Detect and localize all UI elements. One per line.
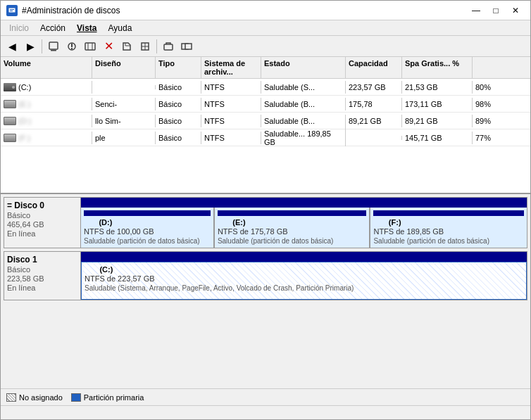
title-bar: #Administración de discos — □ ✕ xyxy=(1,1,530,20)
svg-rect-6 xyxy=(71,44,73,47)
disk0-bar xyxy=(81,198,527,208)
toolbar-btn10[interactable] xyxy=(178,39,195,54)
row-volume-c: (C:) xyxy=(1,81,92,94)
status-bar xyxy=(1,405,530,419)
row-estado-f: Saludable... 189,85 GB xyxy=(261,127,346,147)
toolbar-sep-1 xyxy=(42,39,42,53)
toolbar: ◀ ▶ ✕ xyxy=(1,36,530,57)
disk1-c-size: NTFS de 223,57 GB xyxy=(85,274,523,283)
svg-rect-4 xyxy=(51,50,56,51)
row-tipo-d: Básico xyxy=(156,115,201,127)
row-cap-f xyxy=(346,136,402,140)
disk1-bar xyxy=(81,252,527,262)
row-estado-c: Saludable (S... xyxy=(261,81,346,94)
table-row[interactable]: (F:) ple Básico NTFS Saludable... 189,85… xyxy=(1,129,530,146)
svg-rect-8 xyxy=(85,43,95,50)
table-row[interactable]: (C:) Básico NTFS Saludable (S... 223,57 … xyxy=(1,79,530,96)
menu-accion[interactable]: Acción xyxy=(35,22,71,34)
disk0-d-bar xyxy=(84,210,211,216)
disk0-partition-f[interactable]: (F:) NTFS de 189,85 GB Saludable (partic… xyxy=(370,208,527,248)
disk1-c-status: Saludable (Sistema, Arranque, PageFile, … xyxy=(85,284,523,292)
row-estado-e: Saludable (B... xyxy=(261,98,346,110)
toolbar-delete[interactable]: ✕ xyxy=(100,39,117,54)
toolbar-btn3[interactable] xyxy=(45,39,62,54)
row-pct-c: 80% xyxy=(473,81,501,94)
disk0-e-name: (E:) xyxy=(218,218,367,227)
disk0-visual: (D:) NTFS de 100,00 GB Saludable (partic… xyxy=(81,197,527,248)
col-header-estado: Estado xyxy=(261,57,346,78)
row-sistema-c: NTFS xyxy=(201,81,261,94)
toolbar-btn4[interactable] xyxy=(63,39,80,54)
col-header-tipo: Tipo xyxy=(156,57,201,78)
toolbar-back[interactable]: ◀ xyxy=(4,39,20,54)
toolbar-btn9[interactable] xyxy=(160,39,177,54)
row-volume-e: (E:) xyxy=(1,98,92,110)
disk-icon-f xyxy=(4,134,16,142)
svg-rect-0 xyxy=(8,8,15,13)
row-spa-c: 21,53 GB xyxy=(402,81,473,94)
disk0-f-status: Saludable (partición de datos básica) xyxy=(373,237,524,245)
top-panel: Volume Diseño Tipo Sistema de archiv... … xyxy=(1,57,530,194)
main-window: #Administración de discos — □ ✕ Inicio A… xyxy=(0,0,531,420)
row-diseno-d: llo Sim- xyxy=(92,115,156,127)
col-header-sistema: Sistema de archiv... xyxy=(201,57,261,78)
disk0-partition-e[interactable]: (E:) NTFS de 175,78 GB Saludable (partic… xyxy=(215,208,371,248)
disk-icon-e xyxy=(4,100,16,108)
table-body: (C:) Básico NTFS Saludable (S... 223,57 … xyxy=(1,79,530,146)
disk0-f-bar xyxy=(373,210,524,216)
disk1-c-name: (C:) xyxy=(85,265,523,274)
table-row[interactable]: (E:) Senci- Básico NTFS Saludable (B... … xyxy=(1,96,530,113)
row-diseno-f: ple xyxy=(92,132,156,144)
svg-rect-1 xyxy=(10,9,14,10)
disk-icon-d xyxy=(4,117,16,125)
disk0-row: = Disco 0 Básico 465,64 GB En línea (D:) xyxy=(4,197,527,248)
row-estado-d: Saludable (B... xyxy=(261,115,346,127)
disk0-f-name: (F:) xyxy=(373,218,524,227)
legend-unalloc-label: No asignado xyxy=(19,393,63,402)
row-diseno-e: Senci- xyxy=(92,98,156,110)
row-cap-c: 223,57 GB xyxy=(346,81,402,94)
close-button[interactable]: ✕ xyxy=(506,4,525,18)
maximize-button[interactable]: □ xyxy=(487,4,505,18)
menu-inicio: Inicio xyxy=(4,22,35,34)
toolbar-sep-2 xyxy=(156,39,157,53)
toolbar-btn5[interactable] xyxy=(82,39,99,54)
row-volume-f: (F:) xyxy=(1,132,92,144)
disk1-partitions: (C:) NTFS de 223,57 GB Saludable (Sistem… xyxy=(81,262,527,300)
menu-bar: Inicio Acción Vista Ayuda xyxy=(1,20,530,36)
menu-ayuda[interactable]: Ayuda xyxy=(103,22,138,34)
disk0-partition-d[interactable]: (D:) NTFS de 100,00 GB Saludable (partic… xyxy=(81,208,215,248)
row-pct-f: 77% xyxy=(473,132,501,144)
disk1-type: Básico xyxy=(7,265,77,274)
disk0-name: = Disco 0 xyxy=(7,201,77,210)
menu-vista[interactable]: Vista xyxy=(71,22,102,34)
svg-rect-7 xyxy=(71,48,73,49)
minimize-button[interactable]: — xyxy=(467,4,485,18)
row-sistema-e: NTFS xyxy=(201,98,261,110)
row-cap-e: 175,78 xyxy=(346,98,402,110)
disk1-partition-c[interactable]: (C:) NTFS de 223,57 GB Saludable (Sistem… xyxy=(81,262,527,300)
row-spa-e: 173,11 GB xyxy=(402,98,473,110)
disk1-visual: (C:) NTFS de 223,57 GB Saludable (Sistem… xyxy=(81,251,527,300)
disk1-info: Disco 1 Básico 223,58 GB En línea xyxy=(4,251,81,300)
legend-primary-box xyxy=(71,393,81,402)
row-volume-d: (D:) xyxy=(1,115,92,127)
disk0-d-status: Saludable (partición de datos básica) xyxy=(84,237,211,245)
disk0-info: = Disco 0 Básico 465,64 GB En línea xyxy=(4,197,81,248)
disk0-e-size: NTFS de 175,78 GB xyxy=(218,227,367,236)
svg-rect-3 xyxy=(49,42,58,49)
svg-rect-17 xyxy=(185,44,192,49)
legend-primary-label: Partición primaria xyxy=(84,393,144,402)
disk1-row: Disco 1 Básico 223,58 GB En línea (C:) xyxy=(4,251,527,300)
row-diseno-c xyxy=(92,85,156,89)
toolbar-btn7[interactable] xyxy=(118,39,135,54)
col-header-diseno: Diseño xyxy=(92,57,156,78)
window-controls: — □ ✕ xyxy=(467,4,525,18)
svg-rect-2 xyxy=(10,11,13,11)
main-area: Volume Diseño Tipo Sistema de archiv... … xyxy=(1,57,530,405)
table-header: Volume Diseño Tipo Sistema de archiv... … xyxy=(1,57,530,79)
svg-rect-15 xyxy=(164,44,173,50)
toolbar-forward[interactable]: ▶ xyxy=(22,39,39,54)
toolbar-btn8[interactable] xyxy=(137,39,154,54)
row-tipo-f: Básico xyxy=(156,132,201,144)
